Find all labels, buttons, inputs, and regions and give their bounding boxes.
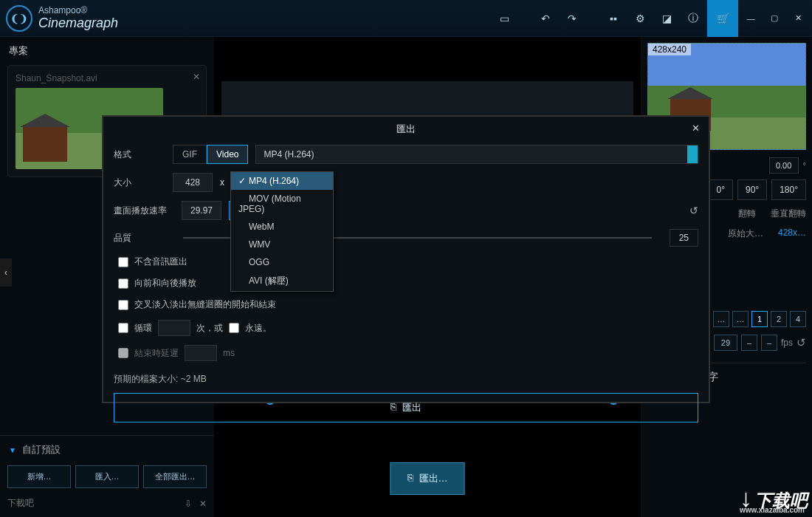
chk-pingpong[interactable] — [118, 278, 128, 289]
project-close-icon[interactable]: ✕ — [193, 72, 200, 82]
rotation-unit: ° — [803, 161, 806, 170]
codec-option-avi[interactable]: AVI (解壓) — [231, 271, 333, 291]
brand: ❨❩ Ashampoo® Cinemagraph — [6, 5, 118, 32]
download-label: 下載吧 — [7, 497, 34, 510]
flip-v-button[interactable]: 垂直翻轉 — [771, 208, 806, 220]
format-label: 格式 — [114, 148, 165, 161]
original-size-link[interactable]: 428x… — [778, 227, 806, 240]
chk-delay — [118, 348, 128, 358]
chk-forever-label: 永遠。 — [245, 322, 272, 335]
codec-selected-label: MP4 (H.264) — [264, 149, 314, 160]
presets-label: 自訂預設 — [22, 443, 61, 456]
dialog-fps-input[interactable]: 29.97 — [182, 201, 221, 220]
preset-import-button[interactable]: 匯入… — [75, 465, 139, 488]
app-logo-icon: ❨❩ — [6, 5, 32, 32]
project-name: Shaun_Snapshot.avi — [16, 73, 199, 83]
grid-btn-1[interactable]: … — [713, 311, 729, 327]
download-row: 下載吧 ⇩ ✕ — [0, 493, 214, 517]
fps-value-box[interactable]: 29 — [714, 335, 737, 351]
loop-times-label: 次，或 — [196, 322, 223, 335]
preset-new-button[interactable]: 新增… — [7, 465, 71, 488]
grid-btn-4x[interactable]: 4 — [790, 311, 806, 327]
fps-minus[interactable]: – — [741, 335, 757, 351]
grid-btn-1x[interactable]: 1 — [751, 311, 768, 327]
codec-dropdown: ✓MP4 (H.264) MOV (Motion JPEG) WebM WMV … — [230, 171, 334, 292]
info-icon[interactable]: ⓘ — [681, 6, 706, 31]
rotate-180-button[interactable]: 180° — [771, 179, 806, 200]
flip-h-button[interactable]: 翻轉 — [738, 208, 756, 220]
fps-minus2[interactable]: – — [761, 335, 777, 351]
fps-label: 畫面播放速率 — [114, 205, 174, 217]
loop-count-input[interactable] — [158, 320, 190, 336]
format-gif-tab[interactable]: GIF — [173, 145, 207, 164]
watermark: ↓ 下载吧 www.xiazaiba.com — [740, 484, 808, 513]
chk-loop-label: 循環 — [134, 322, 152, 335]
minimize-button[interactable]: — — [740, 8, 762, 29]
export-icon: ⎘ — [407, 472, 413, 485]
size-label: 大小 — [114, 177, 165, 189]
original-size-label: 原始大… — [728, 227, 763, 240]
chk-loop[interactable] — [118, 323, 128, 333]
main-export-button[interactable]: ⎘ 匯出… — [390, 462, 465, 495]
note-icon[interactable]: ◪ — [654, 6, 679, 31]
quality-value: 25 — [670, 229, 698, 247]
title-bar: ❨❩ Ashampoo® Cinemagraph ▭ ↶ ↷ ▪▪ ⚙ ◪ ⓘ … — [0, 0, 812, 37]
preview-dimensions-tag: 428x240 — [648, 44, 691, 55]
approx-filesize: 預期的檔案大小: ~2 MB — [114, 370, 698, 393]
brand-line2: Cinemagraph — [38, 16, 118, 31]
export-dialog: 匯出 ✕ 格式 GIF Video MP4 (H.264) 大小 428 x 2… — [102, 115, 710, 403]
sidebar-collapse-tab[interactable]: ‹ — [0, 258, 12, 287]
chk-no-audio[interactable] — [118, 257, 128, 267]
export-out-icon: ⎘ — [390, 401, 396, 414]
chk-crossfade-label: 交叉淡入淡出無縫迴圈的開始和結束 — [134, 298, 276, 311]
codec-option-wmv[interactable]: WMV — [231, 236, 333, 253]
format-video-tab[interactable]: Video — [207, 145, 248, 164]
chk-pingpong-label: 向前和向後播放 — [134, 277, 196, 290]
codec-option-mp4[interactable]: ✓MP4 (H.264) — [231, 172, 333, 190]
codec-option-webm[interactable]: WebM — [231, 218, 333, 236]
chk-delay-label: 結束時延遲 — [134, 347, 179, 360]
maximize-button[interactable]: ▢ — [763, 8, 785, 29]
settings-gear-icon[interactable]: ⚙ — [627, 6, 653, 31]
codec-select[interactable]: MP4 (H.264) — [255, 145, 698, 164]
rotation-value[interactable]: 0.00 — [769, 157, 799, 174]
dialog-title: 匯出 — [103, 117, 709, 142]
undo-icon[interactable]: ↶ — [533, 6, 558, 31]
cart-icon[interactable]: 🛒 — [707, 0, 738, 37]
download-close-icon[interactable]: ✕ — [199, 499, 207, 509]
codec-option-ogg[interactable]: OGG — [231, 253, 333, 271]
preset-export-all-button[interactable]: 全部匯出… — [143, 465, 207, 488]
rotate-90-button[interactable]: 90° — [737, 179, 767, 200]
rotate-0-button[interactable]: 0° — [709, 179, 733, 200]
chk-crossfade[interactable] — [118, 300, 128, 310]
brand-line1: Ashampoo® — [38, 5, 118, 16]
ms-label: ms — [223, 348, 235, 358]
chk-forever[interactable] — [229, 323, 239, 333]
fps-unit: fps — [781, 338, 793, 348]
close-window-button[interactable]: ✕ — [787, 8, 809, 29]
comment-icon[interactable]: ▪▪ — [601, 6, 626, 31]
delay-input — [185, 345, 217, 361]
size-x: x — [220, 177, 224, 188]
grid-btn-2x[interactable]: 2 — [771, 311, 787, 327]
quality-label: 品質 — [114, 232, 165, 244]
dialog-close-icon[interactable]: ✕ — [692, 123, 700, 134]
dialog-export-button[interactable]: ⎘ 匯出 — [114, 393, 698, 422]
presets-header[interactable]: ▼ 自訂預設 — [0, 435, 214, 461]
codec-option-mov[interactable]: MOV (Motion JPEG) — [231, 190, 333, 218]
chk-no-audio-label: 不含音訊匯出 — [134, 256, 187, 268]
select-caret-icon — [687, 145, 698, 163]
grid-btn-2[interactable]: … — [732, 311, 749, 327]
open-folder-icon[interactable]: ▭ — [492, 6, 517, 31]
download-icon[interactable]: ⇩ — [185, 499, 192, 509]
sidebar-header: 專案 — [0, 37, 214, 65]
collapse-chevron-icon: ▼ — [9, 446, 16, 454]
fps-reset-icon[interactable]: ↺ — [796, 336, 806, 349]
redo-icon[interactable]: ↷ — [560, 6, 585, 31]
width-input[interactable]: 428 — [173, 173, 213, 192]
fps-reset-icon[interactable]: ↺ — [689, 205, 698, 216]
